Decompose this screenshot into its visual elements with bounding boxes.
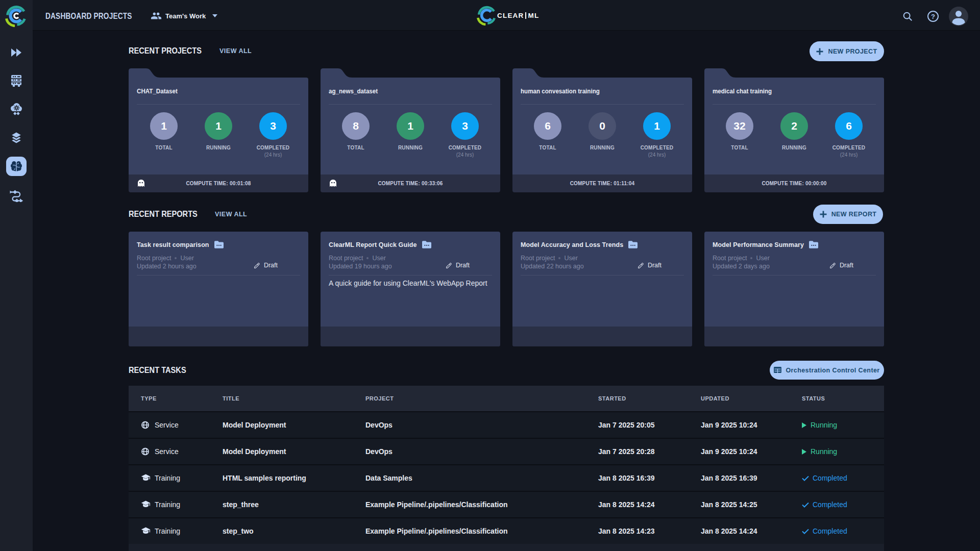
- svg-text:?: ?: [931, 13, 935, 20]
